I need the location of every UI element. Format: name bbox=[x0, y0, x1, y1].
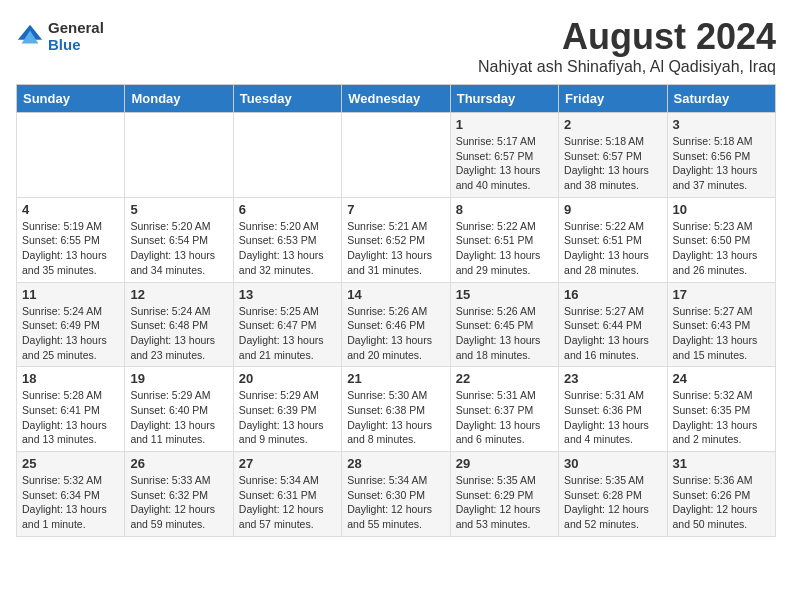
day-info: Sunrise: 5:28 AM Sunset: 6:41 PM Dayligh… bbox=[22, 388, 119, 447]
day-info: Sunrise: 5:32 AM Sunset: 6:34 PM Dayligh… bbox=[22, 473, 119, 532]
day-number: 10 bbox=[673, 202, 770, 217]
header: General Blue August 2024 Nahiyat ash Shi… bbox=[16, 16, 776, 76]
day-info: Sunrise: 5:29 AM Sunset: 6:40 PM Dayligh… bbox=[130, 388, 227, 447]
day-number: 15 bbox=[456, 287, 553, 302]
day-info: Sunrise: 5:24 AM Sunset: 6:48 PM Dayligh… bbox=[130, 304, 227, 363]
day-number: 18 bbox=[22, 371, 119, 386]
logo-general-label: General bbox=[48, 20, 104, 37]
day-number: 21 bbox=[347, 371, 444, 386]
day-number: 17 bbox=[673, 287, 770, 302]
day-info: Sunrise: 5:20 AM Sunset: 6:53 PM Dayligh… bbox=[239, 219, 336, 278]
calendar-cell: 15Sunrise: 5:26 AM Sunset: 6:45 PM Dayli… bbox=[450, 282, 558, 367]
title-section: August 2024 Nahiyat ash Shinafiyah, Al Q… bbox=[478, 16, 776, 76]
day-number: 22 bbox=[456, 371, 553, 386]
week-row-3: 11Sunrise: 5:24 AM Sunset: 6:49 PM Dayli… bbox=[17, 282, 776, 367]
calendar-cell: 23Sunrise: 5:31 AM Sunset: 6:36 PM Dayli… bbox=[559, 367, 667, 452]
day-number: 24 bbox=[673, 371, 770, 386]
day-number: 29 bbox=[456, 456, 553, 471]
calendar-cell: 16Sunrise: 5:27 AM Sunset: 6:44 PM Dayli… bbox=[559, 282, 667, 367]
week-row-5: 25Sunrise: 5:32 AM Sunset: 6:34 PM Dayli… bbox=[17, 452, 776, 537]
calendar-cell: 25Sunrise: 5:32 AM Sunset: 6:34 PM Dayli… bbox=[17, 452, 125, 537]
day-number: 8 bbox=[456, 202, 553, 217]
day-number: 5 bbox=[130, 202, 227, 217]
day-info: Sunrise: 5:26 AM Sunset: 6:46 PM Dayligh… bbox=[347, 304, 444, 363]
day-number: 9 bbox=[564, 202, 661, 217]
day-number: 25 bbox=[22, 456, 119, 471]
calendar-cell: 29Sunrise: 5:35 AM Sunset: 6:29 PM Dayli… bbox=[450, 452, 558, 537]
day-info: Sunrise: 5:22 AM Sunset: 6:51 PM Dayligh… bbox=[456, 219, 553, 278]
calendar-cell: 27Sunrise: 5:34 AM Sunset: 6:31 PM Dayli… bbox=[233, 452, 341, 537]
calendar-cell: 8Sunrise: 5:22 AM Sunset: 6:51 PM Daylig… bbox=[450, 197, 558, 282]
day-info: Sunrise: 5:34 AM Sunset: 6:30 PM Dayligh… bbox=[347, 473, 444, 532]
calendar-cell: 11Sunrise: 5:24 AM Sunset: 6:49 PM Dayli… bbox=[17, 282, 125, 367]
day-info: Sunrise: 5:35 AM Sunset: 6:29 PM Dayligh… bbox=[456, 473, 553, 532]
calendar-cell: 30Sunrise: 5:35 AM Sunset: 6:28 PM Dayli… bbox=[559, 452, 667, 537]
calendar-cell: 2Sunrise: 5:18 AM Sunset: 6:57 PM Daylig… bbox=[559, 113, 667, 198]
calendar: SundayMondayTuesdayWednesdayThursdayFrid… bbox=[16, 84, 776, 537]
calendar-cell: 20Sunrise: 5:29 AM Sunset: 6:39 PM Dayli… bbox=[233, 367, 341, 452]
calendar-cell bbox=[342, 113, 450, 198]
week-row-2: 4Sunrise: 5:19 AM Sunset: 6:55 PM Daylig… bbox=[17, 197, 776, 282]
day-info: Sunrise: 5:27 AM Sunset: 6:44 PM Dayligh… bbox=[564, 304, 661, 363]
day-number: 13 bbox=[239, 287, 336, 302]
calendar-cell: 3Sunrise: 5:18 AM Sunset: 6:56 PM Daylig… bbox=[667, 113, 775, 198]
day-info: Sunrise: 5:33 AM Sunset: 6:32 PM Dayligh… bbox=[130, 473, 227, 532]
weekday-header-friday: Friday bbox=[559, 85, 667, 113]
day-info: Sunrise: 5:17 AM Sunset: 6:57 PM Dayligh… bbox=[456, 134, 553, 193]
day-number: 14 bbox=[347, 287, 444, 302]
day-info: Sunrise: 5:18 AM Sunset: 6:56 PM Dayligh… bbox=[673, 134, 770, 193]
day-info: Sunrise: 5:22 AM Sunset: 6:51 PM Dayligh… bbox=[564, 219, 661, 278]
calendar-cell: 1Sunrise: 5:17 AM Sunset: 6:57 PM Daylig… bbox=[450, 113, 558, 198]
day-info: Sunrise: 5:35 AM Sunset: 6:28 PM Dayligh… bbox=[564, 473, 661, 532]
weekday-header-wednesday: Wednesday bbox=[342, 85, 450, 113]
calendar-cell bbox=[125, 113, 233, 198]
calendar-cell: 13Sunrise: 5:25 AM Sunset: 6:47 PM Dayli… bbox=[233, 282, 341, 367]
day-info: Sunrise: 5:27 AM Sunset: 6:43 PM Dayligh… bbox=[673, 304, 770, 363]
calendar-cell: 14Sunrise: 5:26 AM Sunset: 6:46 PM Dayli… bbox=[342, 282, 450, 367]
weekday-header-sunday: Sunday bbox=[17, 85, 125, 113]
subtitle: Nahiyat ash Shinafiyah, Al Qadisiyah, Ir… bbox=[478, 58, 776, 76]
week-row-1: 1Sunrise: 5:17 AM Sunset: 6:57 PM Daylig… bbox=[17, 113, 776, 198]
day-number: 1 bbox=[456, 117, 553, 132]
calendar-header: SundayMondayTuesdayWednesdayThursdayFrid… bbox=[17, 85, 776, 113]
weekday-row: SundayMondayTuesdayWednesdayThursdayFrid… bbox=[17, 85, 776, 113]
day-info: Sunrise: 5:31 AM Sunset: 6:37 PM Dayligh… bbox=[456, 388, 553, 447]
day-number: 27 bbox=[239, 456, 336, 471]
logo-text: General Blue bbox=[48, 20, 104, 53]
day-info: Sunrise: 5:32 AM Sunset: 6:35 PM Dayligh… bbox=[673, 388, 770, 447]
day-number: 11 bbox=[22, 287, 119, 302]
calendar-cell: 6Sunrise: 5:20 AM Sunset: 6:53 PM Daylig… bbox=[233, 197, 341, 282]
day-number: 28 bbox=[347, 456, 444, 471]
weekday-header-saturday: Saturday bbox=[667, 85, 775, 113]
day-number: 7 bbox=[347, 202, 444, 217]
day-info: Sunrise: 5:25 AM Sunset: 6:47 PM Dayligh… bbox=[239, 304, 336, 363]
calendar-cell: 28Sunrise: 5:34 AM Sunset: 6:30 PM Dayli… bbox=[342, 452, 450, 537]
calendar-cell: 26Sunrise: 5:33 AM Sunset: 6:32 PM Dayli… bbox=[125, 452, 233, 537]
weekday-header-tuesday: Tuesday bbox=[233, 85, 341, 113]
calendar-cell bbox=[17, 113, 125, 198]
day-info: Sunrise: 5:24 AM Sunset: 6:49 PM Dayligh… bbox=[22, 304, 119, 363]
day-number: 31 bbox=[673, 456, 770, 471]
day-number: 30 bbox=[564, 456, 661, 471]
day-number: 12 bbox=[130, 287, 227, 302]
calendar-cell: 18Sunrise: 5:28 AM Sunset: 6:41 PM Dayli… bbox=[17, 367, 125, 452]
day-number: 19 bbox=[130, 371, 227, 386]
calendar-body: 1Sunrise: 5:17 AM Sunset: 6:57 PM Daylig… bbox=[17, 113, 776, 537]
day-info: Sunrise: 5:23 AM Sunset: 6:50 PM Dayligh… bbox=[673, 219, 770, 278]
day-number: 20 bbox=[239, 371, 336, 386]
day-info: Sunrise: 5:21 AM Sunset: 6:52 PM Dayligh… bbox=[347, 219, 444, 278]
calendar-cell: 17Sunrise: 5:27 AM Sunset: 6:43 PM Dayli… bbox=[667, 282, 775, 367]
calendar-cell: 22Sunrise: 5:31 AM Sunset: 6:37 PM Dayli… bbox=[450, 367, 558, 452]
day-number: 26 bbox=[130, 456, 227, 471]
day-number: 6 bbox=[239, 202, 336, 217]
weekday-header-monday: Monday bbox=[125, 85, 233, 113]
day-info: Sunrise: 5:36 AM Sunset: 6:26 PM Dayligh… bbox=[673, 473, 770, 532]
calendar-cell bbox=[233, 113, 341, 198]
day-info: Sunrise: 5:30 AM Sunset: 6:38 PM Dayligh… bbox=[347, 388, 444, 447]
day-number: 4 bbox=[22, 202, 119, 217]
logo: General Blue bbox=[16, 20, 104, 53]
day-info: Sunrise: 5:18 AM Sunset: 6:57 PM Dayligh… bbox=[564, 134, 661, 193]
calendar-cell: 4Sunrise: 5:19 AM Sunset: 6:55 PM Daylig… bbox=[17, 197, 125, 282]
day-info: Sunrise: 5:29 AM Sunset: 6:39 PM Dayligh… bbox=[239, 388, 336, 447]
day-number: 16 bbox=[564, 287, 661, 302]
